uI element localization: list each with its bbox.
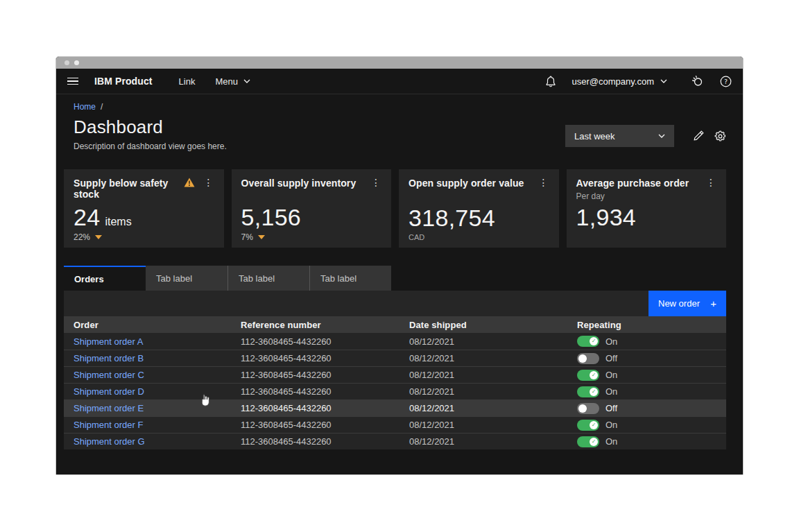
date-shipped-cell: 08/12/2021 [400,353,567,363]
nav-menu-label: Menu [215,76,238,87]
card-value-number: 24 [74,205,100,229]
overflow-menu-icon[interactable]: ⋮ [704,178,718,187]
breadcrumb-home-link[interactable]: Home [74,102,96,112]
window-control-dot[interactable] [74,60,79,65]
page-header: Home / Dashboard Description of dashboar… [56,94,743,151]
tab-bar: Orders Tab label Tab label Tab label [64,266,726,291]
repeating-toggle[interactable]: ✓ [577,436,599,447]
card-overall-supply-inventory: Overall supply inventory ⋮ 5,156 7% [232,169,392,248]
table-row[interactable]: Shipment order D 112-3608465-4432260 08/… [64,383,726,400]
user-email: user@company.com [572,76,654,87]
table-toolbar: New order + [64,291,726,316]
hamburger-menu-icon[interactable] [67,78,78,85]
product-name: IBM Product [94,76,153,87]
nav-menu[interactable]: Menu [215,76,250,87]
date-shipped-cell: 08/12/2021 [400,370,567,380]
date-shipped-cell: 08/12/2021 [400,420,567,430]
nav-link[interactable]: Link [179,76,196,87]
tab-label-2[interactable]: Tab label [227,266,309,291]
order-link[interactable]: Shipment order A [64,336,231,347]
edit-icon[interactable] [693,130,704,141]
order-link[interactable]: Shipment order C [64,370,231,380]
card-subtitle: Per day [576,191,689,201]
window-control-dot[interactable] [65,60,69,65]
metric-cards: Supply below safety stock ⋮ 24 items 22% [64,169,726,248]
card-value-number: 5,156 [241,205,302,229]
card-trend-value: 22% [74,232,90,242]
toggle-knob: ✓ [590,438,598,446]
repeating-cell: ✓ On [567,370,726,381]
repeating-toggle[interactable]: ✓ [577,403,599,414]
add-icon: + [710,298,716,309]
table-row[interactable]: Shipment order F 112-3608465-4432260 08/… [64,416,726,433]
toggle-knob: ✓ [578,404,587,413]
reference-number-cell: 112-3608465-4432260 [231,436,400,447]
user-account-menu[interactable]: user@company.com [572,76,667,87]
card-value: 24 items [74,205,216,229]
chevron-down-icon [243,79,250,83]
repeating-cell: ✓ On [567,386,726,397]
repeating-cell: ✓ On [567,420,726,431]
repeating-toggle[interactable]: ✓ [577,370,599,381]
overflow-menu-icon[interactable]: ⋮ [202,178,216,187]
card-trend: 7% [241,233,384,241]
repeating-toggle[interactable]: ✓ [577,336,599,347]
column-header-reference-number: Reference number [231,320,400,330]
breadcrumb-separator: / [101,102,103,112]
repeating-cell: ✓ Off [567,403,726,414]
table-row[interactable]: Shipment order A 112-3608465-4432260 08/… [64,333,726,350]
table-row[interactable]: Shipment order G 112-3608465-4432260 08/… [64,433,726,449]
new-order-label: New order [658,298,700,309]
toggle-state-label: Off [605,403,617,413]
top-nav: IBM Product Link Menu user@company.com [56,69,743,94]
card-value-suffix: items [105,216,131,228]
repeating-toggle[interactable]: ✓ [577,353,599,364]
card-value: 1,934 [576,205,719,229]
reference-number-cell: 112-3608465-4432260 [231,353,400,363]
order-link[interactable]: Shipment order F [64,420,231,430]
trend-down-icon [95,235,102,239]
warning-triangle-icon [184,178,195,187]
help-icon[interactable]: ? [720,76,732,87]
reference-number-cell: 112-3608465-4432260 [231,370,400,380]
card-average-purchase-order: Average purchase order Per day ⋮ 1,934 [567,169,727,248]
table-row[interactable]: Shipment order E 112-3608465-4432260 08/… [64,400,726,416]
card-value-number: 1,934 [576,205,637,229]
card-title: Open supply order value [409,178,524,189]
notifications-bell-icon[interactable] [545,76,556,87]
reference-number-cell: 112-3608465-4432260 [231,420,400,430]
orders-table: New order + Order Reference number Date … [64,291,726,449]
repeating-toggle[interactable]: ✓ [577,386,599,397]
column-header-repeating: Repeating [567,320,726,330]
tab-orders[interactable]: Orders [64,266,146,291]
chevron-down-icon [660,79,667,83]
column-header-date-shipped: Date shipped [400,320,567,330]
settings-gear-icon[interactable] [714,130,726,142]
time-filter-dropdown[interactable]: Last week [565,125,674,147]
repeating-cell: ✓ On [567,436,726,447]
toggle-knob: ✓ [590,337,598,345]
card-title: Supply below safety stock [74,178,184,200]
tab-label-3[interactable]: Tab label [309,266,391,291]
overflow-menu-icon[interactable]: ⋮ [537,178,551,187]
light-theme-toggle-icon[interactable] [691,75,704,87]
order-link[interactable]: Shipment order D [64,386,231,397]
card-title: Average purchase order [576,178,689,189]
tab-label-1[interactable]: Tab label [146,266,227,291]
app-window: IBM Product Link Menu user@company.com [55,56,744,475]
card-open-supply-order-value: Open supply order value ⋮ 318,754 CAD [399,169,559,248]
reference-number-cell: 112-3608465-4432260 [231,386,400,397]
table-row[interactable]: Shipment order C 112-3608465-4432260 08/… [64,366,726,383]
date-shipped-cell: 08/12/2021 [400,403,567,413]
order-link[interactable]: Shipment order B [64,353,231,363]
new-order-button[interactable]: New order + [648,291,726,316]
breadcrumb: Home / [74,102,726,112]
order-link[interactable]: Shipment order G [64,436,231,447]
order-link[interactable]: Shipment order E [64,403,231,413]
table-row[interactable]: Shipment order B 112-3608465-4432260 08/… [64,350,726,366]
card-value-number: 318,754 [409,206,495,230]
table-header-row: Order Reference number Date shipped Repe… [64,316,726,333]
repeating-toggle[interactable]: ✓ [577,420,599,431]
card-title: Overall supply inventory [241,178,356,189]
overflow-menu-icon[interactable]: ⋮ [369,178,383,187]
